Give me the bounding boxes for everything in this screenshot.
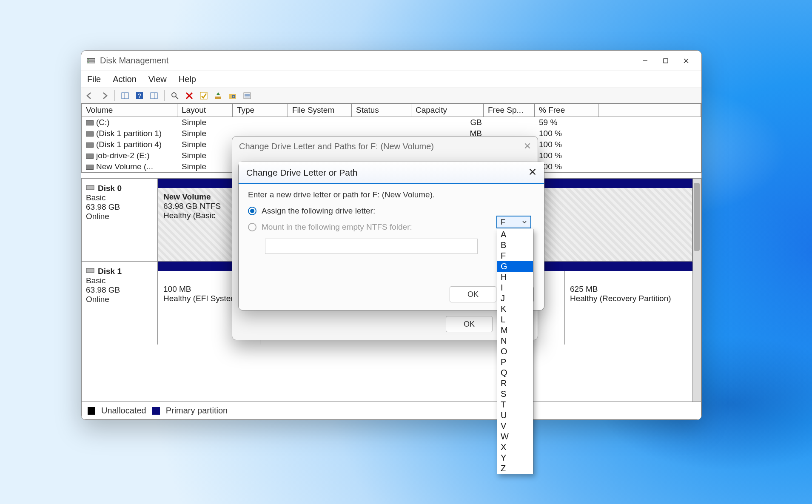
volume-icon — [86, 120, 94, 125]
toolbar: ? — [81, 88, 701, 103]
menu-file[interactable]: File — [87, 74, 101, 84]
mount-path-input[interactable] — [265, 239, 478, 254]
menu-help[interactable]: Help — [179, 74, 196, 84]
dialog-title: Change Drive Letter or Path — [246, 168, 357, 178]
cell-layout: Simple — [177, 150, 233, 161]
col-filesystem[interactable]: File System — [288, 104, 352, 117]
forward-icon[interactable] — [99, 91, 109, 101]
svg-rect-27 — [86, 268, 94, 273]
drive-letter-option[interactable]: G — [497, 261, 533, 272]
volume-row[interactable]: (C:) Simple GB 59 % — [82, 117, 701, 128]
svg-point-14 — [172, 93, 176, 97]
col-status[interactable]: Status — [352, 104, 411, 117]
cell-capacity: GB — [411, 117, 484, 128]
drive-letter-option[interactable]: W — [497, 431, 533, 442]
legend: Unallocated Primary partition — [81, 402, 701, 420]
drive-letter-option[interactable]: A — [497, 229, 533, 240]
drive-letter-option[interactable]: L — [497, 314, 533, 325]
volume-list-header: Volume Layout Type File System Status Ca… — [81, 103, 701, 117]
col-type[interactable]: Type — [233, 104, 288, 117]
volume-icon — [86, 165, 94, 170]
drive-letter-option[interactable]: K — [497, 304, 533, 314]
list-icon[interactable] — [242, 91, 252, 101]
disk-info[interactable]: Disk 0 Basic 63.98 GB Online — [82, 179, 158, 261]
legend-swatch-unallocated — [88, 407, 95, 415]
scrollbar[interactable] — [692, 179, 701, 401]
check-icon[interactable] — [199, 91, 209, 101]
cell-pct: 59 % — [535, 117, 598, 128]
close-button[interactable] — [676, 52, 696, 69]
drive-letter-option[interactable]: R — [497, 378, 533, 389]
drive-letter-option[interactable]: T — [497, 399, 533, 410]
search-folder-icon[interactable] — [228, 91, 238, 101]
menu-view[interactable]: View — [148, 74, 167, 84]
cell-layout: Simple — [177, 117, 233, 128]
drive-letter-option[interactable]: Q — [497, 367, 533, 378]
svg-rect-5 — [664, 59, 668, 63]
drive-letter-option[interactable]: Z — [497, 463, 533, 474]
drive-letter-option[interactable]: X — [497, 442, 533, 453]
radio-mount-folder[interactable] — [248, 223, 256, 231]
maximize-button[interactable] — [655, 52, 676, 69]
drive-letter-option[interactable]: F — [497, 251, 533, 261]
svg-rect-12 — [151, 93, 157, 99]
drive-letter-option[interactable]: I — [497, 282, 533, 293]
disk-icon — [86, 267, 94, 276]
menu-action[interactable]: Action — [113, 74, 137, 84]
drive-letter-option[interactable]: V — [497, 421, 533, 431]
legend-label-primary: Primary partition — [166, 406, 228, 416]
partition-size: 625 MB — [570, 285, 687, 294]
drive-letter-option[interactable]: O — [497, 346, 533, 357]
back-icon[interactable] — [85, 91, 95, 101]
drive-letter-option[interactable]: P — [497, 357, 533, 367]
drive-letter-option[interactable]: U — [497, 410, 533, 421]
col-volume[interactable]: Volume — [82, 104, 177, 117]
partition-box[interactable]: 625 MB Healthy (Recovery Partition) — [565, 271, 692, 345]
drive-letter-option[interactable]: S — [497, 389, 533, 399]
volume-name: job-drive-2 (E:) — [96, 151, 150, 160]
minimize-button[interactable] — [635, 52, 655, 69]
show-hide-console-tree-icon[interactable] — [120, 91, 130, 101]
drive-letter-option[interactable]: Y — [497, 453, 533, 463]
col-layout[interactable]: Layout — [177, 104, 233, 117]
drive-letter-option[interactable]: H — [497, 272, 533, 282]
disk-info[interactable]: Disk 1 Basic 63.98 GB Online — [82, 262, 158, 345]
action-pane-icon[interactable] — [149, 91, 159, 101]
close-icon[interactable] — [529, 168, 536, 178]
col-pctfree[interactable]: % Free — [535, 104, 598, 117]
legend-swatch-primary — [152, 407, 160, 415]
menubar: File Action View Help — [81, 71, 701, 88]
drive-letter-option[interactable]: J — [497, 293, 533, 304]
volume-name: (C:) — [96, 118, 110, 127]
radio-mount-label: Mount in the following empty NTFS folder… — [262, 222, 412, 232]
col-free[interactable]: Free Sp... — [484, 104, 535, 117]
instruction-text: Enter a new drive letter or path for F: … — [248, 190, 535, 199]
drive-letter-option[interactable]: M — [497, 325, 533, 336]
disk-management-icon — [86, 56, 96, 65]
partition-title: New Volume — [163, 192, 211, 201]
titlebar: Disk Management — [81, 51, 701, 71]
svg-rect-1 — [87, 61, 95, 63]
cell-layout: Simple — [177, 128, 233, 139]
svg-line-15 — [176, 97, 178, 99]
drive-letter-option[interactable]: N — [497, 336, 533, 346]
dialog-title: Change Drive Letter and Paths for F: (Ne… — [239, 142, 434, 151]
delete-icon[interactable] — [184, 91, 194, 101]
disk-name: Disk 0 — [98, 184, 122, 193]
col-capacity[interactable]: Capacity — [411, 104, 484, 117]
cell-pct: 100 % — [535, 128, 598, 139]
upload-icon[interactable] — [213, 91, 223, 101]
drive-letter-select[interactable]: F — [496, 216, 531, 228]
drive-letter-dropdown[interactable]: ABFGHIJKLMNOPQRSTUVWXYZ — [497, 229, 533, 474]
ok-button[interactable]: OK — [450, 286, 496, 302]
volume-name: (Disk 1 partition 1) — [96, 129, 162, 138]
ok-button[interactable]: OK — [446, 316, 493, 332]
help-icon[interactable]: ? — [134, 91, 145, 101]
svg-point-2 — [88, 59, 89, 60]
close-icon[interactable] — [524, 142, 531, 151]
radio-assign-letter[interactable] — [248, 207, 256, 215]
drive-letter-option[interactable]: B — [497, 240, 533, 251]
properties-icon[interactable] — [170, 91, 180, 101]
svg-rect-19 — [215, 97, 221, 99]
disk-name: Disk 1 — [98, 267, 122, 276]
